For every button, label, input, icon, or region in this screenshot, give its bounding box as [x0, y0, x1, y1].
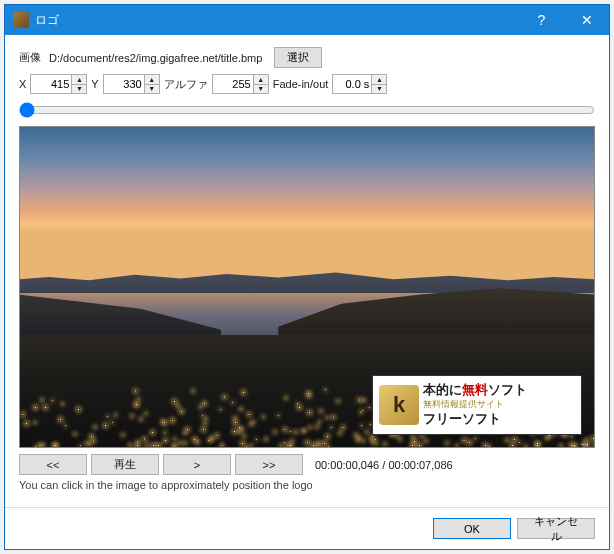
- fade-spinner[interactable]: ▲▼: [372, 74, 387, 94]
- logo-icon: k: [379, 385, 419, 425]
- y-spinner[interactable]: ▲▼: [145, 74, 160, 94]
- preview-image[interactable]: k 本的に無料ソフト 無料情報提供サイト フリーソフト gigafree.net: [19, 126, 595, 448]
- x-label: X: [19, 78, 26, 90]
- alpha-spinner[interactable]: ▲▼: [254, 74, 269, 94]
- help-button[interactable]: ?: [519, 5, 564, 35]
- timeline-slider[interactable]: [19, 102, 595, 118]
- fade-label: Fade-in/out: [273, 78, 329, 90]
- dialog-window: ロゴ ? ✕ 画像 D:/document/res2/img.gigafree.…: [4, 4, 610, 550]
- image-path: D:/document/res2/img.gigafree.net/title.…: [49, 52, 262, 64]
- x-input[interactable]: [30, 74, 72, 94]
- watermark: gigafree.net: [579, 443, 590, 448]
- select-button[interactable]: 選択: [274, 47, 322, 68]
- titlebar: ロゴ ? ✕: [5, 5, 609, 35]
- cancel-button[interactable]: キャンセル: [517, 518, 595, 539]
- y-input[interactable]: [103, 74, 145, 94]
- fade-input[interactable]: [332, 74, 372, 94]
- image-label: 画像: [19, 50, 41, 65]
- alpha-label: アルファ: [164, 77, 208, 92]
- fast-forward-button[interactable]: >>: [235, 454, 303, 475]
- hint-text: You can click in the image to approximat…: [19, 479, 595, 491]
- step-button[interactable]: >: [163, 454, 231, 475]
- timecode: 00:00:00,046 / 00:00:07,086: [315, 459, 453, 471]
- x-spinner[interactable]: ▲▼: [72, 74, 87, 94]
- window-title: ロゴ: [35, 12, 519, 29]
- logo-overlay: k 本的に無料ソフト 無料情報提供サイト フリーソフト: [372, 375, 582, 435]
- close-button[interactable]: ✕: [564, 5, 609, 35]
- rewind-button[interactable]: <<: [19, 454, 87, 475]
- ok-button[interactable]: OK: [433, 518, 511, 539]
- app-icon: [13, 12, 29, 28]
- play-button[interactable]: 再生: [91, 454, 159, 475]
- alpha-input[interactable]: [212, 74, 254, 94]
- y-label: Y: [91, 78, 98, 90]
